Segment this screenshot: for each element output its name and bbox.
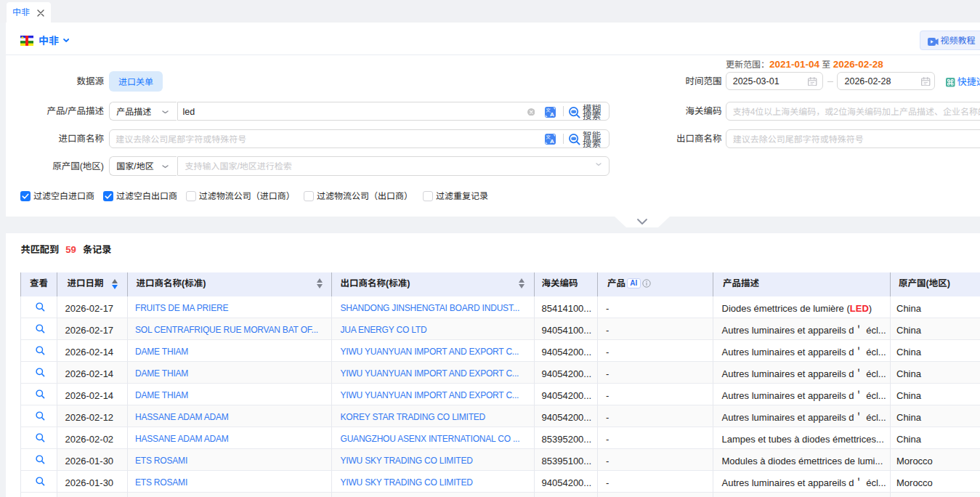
svg-text:A: A [550,138,554,145]
svg-text:A: A [550,110,554,117]
